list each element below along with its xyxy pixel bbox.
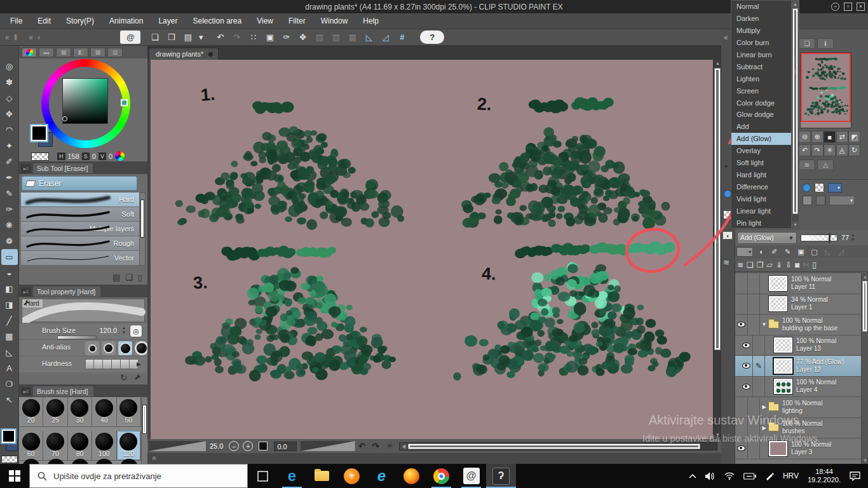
sub-view-tab[interactable]: ≋ <box>799 159 815 170</box>
folder-expand-toggle[interactable] <box>760 425 768 431</box>
layer-visibility-toggle[interactable] <box>735 438 748 459</box>
brush-size-value[interactable]: 120.0 <box>99 327 117 334</box>
snap-to-special-ruler-button[interactable]: ◿ <box>378 30 393 44</box>
transparent-color-swatch[interactable] <box>1 456 18 463</box>
blend-mode-option[interactable]: Add <box>731 121 791 133</box>
rotate-canvas-tool[interactable]: ◇ <box>1 90 18 106</box>
nav-reset-rotate-button[interactable]: ✳ <box>824 144 836 156</box>
folder-expand-toggle[interactable] <box>760 322 768 327</box>
sub-tool-item[interactable]: Multiple layers <box>21 222 139 236</box>
canvas-viewport[interactable]: 1. 2. 3. 4. ▲ ≡ ▼ <box>147 60 721 439</box>
color-indicator-icon[interactable] <box>803 184 811 192</box>
brush-size-preset[interactable]: 20 <box>19 397 43 427</box>
canvas-horizontal-scrollbar[interactable]: ◀ <box>399 442 717 451</box>
color-wheel-tab[interactable] <box>22 48 37 57</box>
blend-mode-option[interactable]: Screen <box>731 85 791 97</box>
color-combo-icon[interactable]: ▾ <box>828 183 842 193</box>
opacity-value[interactable]: 77 <box>841 234 849 241</box>
rotate-slider[interactable] <box>301 441 355 451</box>
brush-size-preset[interactable]: 120 <box>117 431 141 461</box>
layer-visibility-toggle[interactable] <box>735 315 748 335</box>
text-tool[interactable]: A <box>1 360 18 376</box>
brush-size-panel-title[interactable]: Brush size [Hard] <box>33 386 93 396</box>
firefox[interactable] <box>397 464 426 488</box>
chrome[interactable] <box>426 464 456 488</box>
pattern-chip-icon[interactable] <box>815 183 824 193</box>
taskbar-search[interactable]: Upišite ovdje za pretraživanje <box>29 464 248 488</box>
invert-selection-button[interactable]: ▧ <box>329 30 343 44</box>
move-selection-button[interactable]: ✥ <box>295 30 310 44</box>
menu-item[interactable]: Selection area <box>185 13 249 29</box>
transform-button[interactable]: ▣ <box>262 30 277 44</box>
canvas-vertical-scrollbar[interactable]: ▲ ≡ ▼ <box>713 60 721 439</box>
save-button[interactable]: ▤ <box>180 30 195 44</box>
folder-expand-toggle[interactable] <box>760 404 768 410</box>
information-tab[interactable]: ℹ <box>817 38 834 49</box>
color-history-tab[interactable]: ▤ <box>107 48 123 57</box>
brush-size-preset[interactable]: 80 <box>68 431 92 461</box>
layer-row[interactable]: ✎ 77 % Add (Glow) Layer 12 <box>735 356 861 377</box>
menu-item[interactable]: Help <box>355 13 386 29</box>
apply-mask-button[interactable]: ✄ <box>803 261 809 269</box>
open-file-button[interactable]: ❒ <box>164 30 179 44</box>
navigator-preview[interactable] <box>800 52 851 128</box>
document-tab[interactable]: drawing plants* <box>149 48 219 60</box>
blend-mode-option[interactable]: Add (Glow) <box>731 133 791 145</box>
blend-mode-option[interactable]: Linear light <box>731 205 791 217</box>
scale-rotate-button[interactable]: ∷ <box>246 30 261 44</box>
deselect-button[interactable]: ▨ <box>312 30 327 44</box>
snap-to-ruler-button[interactable]: ◺ <box>362 30 376 44</box>
correct-line-tool[interactable]: ◺ <box>1 344 18 360</box>
menu-item[interactable]: Layer <box>151 13 185 29</box>
blend-mode-option[interactable]: Multiply <box>731 25 791 37</box>
main-color-swatch[interactable] <box>31 125 47 141</box>
layer-thumbnail[interactable] <box>768 275 788 292</box>
blend-mode-option[interactable]: Hard light <box>731 169 791 181</box>
settings-orange[interactable]: ✳ ✳ <box>337 464 367 488</box>
anti-aliasing-dropdown-icon[interactable]: ▼ <box>135 345 141 351</box>
brush-size-preset[interactable]: 70 <box>43 431 67 461</box>
sub-tool-item[interactable]: Rough <box>21 236 139 251</box>
layer-row[interactable]: ✎ 100 % Normal brushes <box>735 418 861 439</box>
brush-size-source-button[interactable]: ◎ <box>130 325 142 337</box>
maximize-button[interactable]: ▫ <box>844 3 852 11</box>
explorer[interactable] <box>307 464 337 488</box>
nav-reset-display-button[interactable]: ↻ <box>848 144 860 156</box>
selection-tool[interactable]: ◠ <box>1 122 18 138</box>
clip-studio[interactable]: @ <box>456 464 486 488</box>
blend-mode-option[interactable]: Pin light <box>731 217 791 229</box>
dock-handle-icon[interactable]: « ⦀ <box>5 33 18 42</box>
battery-icon[interactable] <box>743 473 756 480</box>
wrench-icon[interactable] <box>133 374 142 383</box>
decoration-tool[interactable]: ❁ <box>1 233 18 249</box>
register-sub-tool-button[interactable]: ▤ <box>112 273 120 282</box>
gradient-tool[interactable]: ◨ <box>1 297 18 313</box>
strip-arrow-icon[interactable]: ▸ <box>725 163 728 169</box>
layer-row[interactable]: ✎ 100 % Normal bulding up the base <box>735 315 861 336</box>
blend-mode-option[interactable]: Difference <box>731 181 791 193</box>
panel-menu-icon[interactable]: ▸≡ <box>21 164 31 173</box>
eraser-tool[interactable]: ▭ <box>1 249 18 265</box>
blend-tool[interactable]: ◒ <box>1 265 18 281</box>
new-canvas-button[interactable]: ❏ <box>147 30 162 44</box>
layer-visibility-toggle[interactable] <box>740 356 753 376</box>
zoom-out-button[interactable]: – <box>229 441 239 451</box>
pen-tablet-icon[interactable] <box>765 471 774 480</box>
ruler-range-icon[interactable]: ◿ <box>836 248 846 256</box>
brush-size-preset[interactable]: 100 <box>92 431 116 461</box>
brush-size-preset[interactable]: 40 <box>92 397 116 427</box>
hand-tool[interactable]: ✽ <box>1 74 18 90</box>
dock-handle-icon[interactable]: « ‹ <box>29 33 41 42</box>
brush-size-preset[interactable]: 25 <box>43 397 67 427</box>
blend-mode-option[interactable]: Darken <box>731 13 791 25</box>
layer-row[interactable]: ✎ 100 % Normal Layer 11 <box>735 273 861 294</box>
menu-item[interactable]: Story(P) <box>58 13 102 29</box>
approximate-color-tab[interactable]: ▩ <box>90 48 105 57</box>
menu-item[interactable]: Animation <box>102 13 151 29</box>
clock[interactable]: 18:44 19.2.2020. <box>808 468 841 484</box>
move-layer-tool[interactable]: ✥ <box>1 106 18 122</box>
save-options-dropdown[interactable]: ▾ <box>197 30 205 44</box>
layer-thumbnail[interactable] <box>773 358 793 374</box>
selection-border-button[interactable]: ▦ <box>345 30 360 44</box>
merge-with-lower-layer-button[interactable]: ⇩ <box>785 261 792 269</box>
